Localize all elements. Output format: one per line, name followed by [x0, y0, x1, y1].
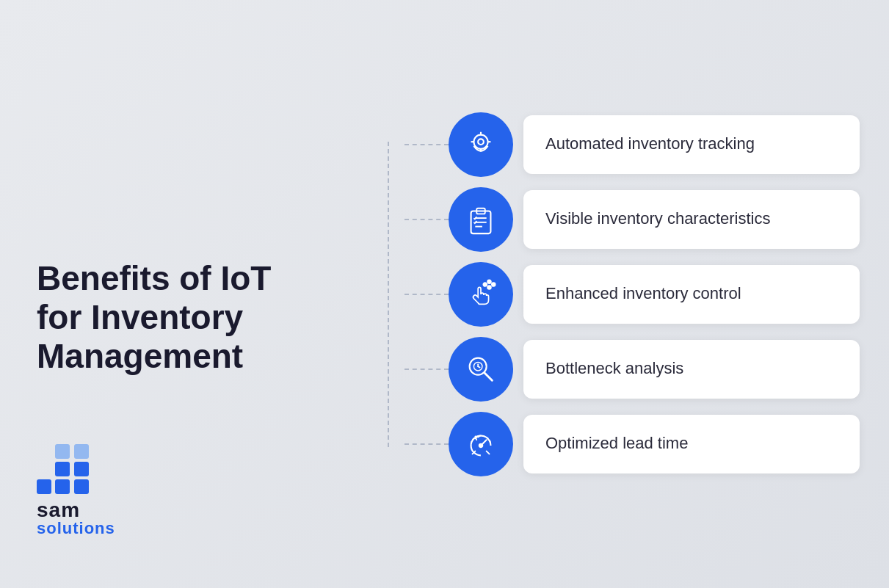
hand-control-icon — [464, 277, 498, 311]
svg-point-13 — [487, 280, 491, 283]
right-section: Automated inventory tracking — [308, 112, 889, 476]
svg-point-11 — [483, 283, 487, 286]
logo-sam: sam — [37, 500, 80, 520]
vertical-connector-line — [388, 142, 389, 447]
cube-empty — [37, 444, 51, 459]
main-title: Benefits of IoT for Inventory Management — [37, 259, 272, 376]
benefits-list: Automated inventory tracking — [404, 112, 860, 476]
benefit-card-visible: Visible inventory characteristics — [523, 190, 860, 249]
left-section: Benefits of IoT for Inventory Management… — [0, 0, 308, 588]
icon-circle-gauge — [449, 412, 513, 476]
logo-area: sam solutions — [37, 444, 272, 537]
h-connector-3 — [404, 294, 449, 295]
cube-blue-3 — [37, 479, 51, 494]
svg-line-16 — [485, 372, 493, 380]
benefit-label-automated: Automated inventory tracking — [545, 134, 755, 155]
svg-line-24 — [487, 451, 490, 454]
benefit-card-lead-time: Optimized lead time — [523, 415, 860, 473]
clipboard-icon — [464, 203, 498, 236]
speed-gauge-icon — [464, 427, 498, 461]
logo-cubes — [37, 444, 90, 494]
benefit-card-automated: Automated inventory tracking — [523, 115, 860, 174]
benefit-item-automated-inventory: Automated inventory tracking — [404, 112, 860, 177]
benefit-item-lead-time: Optimized lead time — [404, 412, 860, 476]
cube-light-2 — [74, 444, 89, 459]
location-target-icon — [464, 128, 498, 161]
icon-circle-location — [449, 112, 513, 177]
benefit-item-enhanced-control: Enhanced inventory control — [404, 262, 860, 327]
h-connector-5 — [404, 443, 449, 445]
benefit-label-visible: Visible inventory characteristics — [545, 208, 771, 230]
svg-point-14 — [492, 283, 496, 286]
benefit-label-lead-time: Optimized lead time — [545, 433, 688, 454]
svg-point-0 — [473, 134, 487, 148]
cube-empty-2 — [37, 462, 51, 476]
cube-blue-1 — [55, 462, 70, 476]
cube-blue-5 — [74, 479, 89, 494]
svg-line-19 — [478, 366, 479, 367]
benefit-item-visible-inventory: Visible inventory characteristics — [404, 187, 860, 252]
benefit-item-bottleneck: Bottleneck analysis — [404, 337, 860, 402]
icon-circle-magnify — [449, 337, 513, 402]
svg-point-22 — [479, 443, 483, 447]
h-connector-4 — [404, 369, 449, 370]
logo-solutions: solutions — [37, 520, 115, 537]
icon-circle-clipboard — [449, 187, 513, 252]
h-connector-1 — [404, 144, 449, 145]
benefit-card-bottleneck: Bottleneck analysis — [523, 340, 860, 399]
svg-point-1 — [478, 139, 484, 145]
benefit-card-enhanced: Enhanced inventory control — [523, 265, 860, 324]
magnify-clock-icon — [464, 352, 498, 386]
benefit-label-enhanced: Enhanced inventory control — [545, 283, 741, 305]
cube-blue-4 — [55, 479, 70, 494]
page-container: Benefits of IoT for Inventory Management… — [0, 0, 889, 588]
icon-circle-hand — [449, 262, 513, 327]
benefit-label-bottleneck: Bottleneck analysis — [545, 358, 683, 380]
svg-point-12 — [487, 286, 491, 289]
cube-blue-2 — [74, 462, 89, 476]
h-connector-2 — [404, 219, 449, 220]
cube-light-1 — [55, 444, 70, 459]
